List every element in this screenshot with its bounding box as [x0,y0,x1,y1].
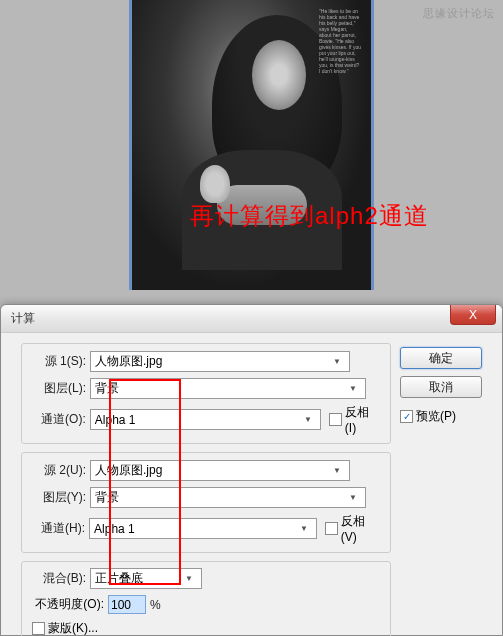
source2-channel-label: 通道(H): [32,520,89,537]
source2-layer-label: 图层(Y): [32,489,90,506]
blend-group: 混合(B): 正片叠底 ▼ 不透明度(O): % 蒙版(K)... [21,561,391,636]
photo-preview: "He likes to be on his back and have his… [129,0,374,290]
source2-group: 源 2(U): 人物原图.jpg ▼ 图层(Y): 背景 ▼ 通道(H): [21,452,391,553]
cancel-button[interactable]: 取消 [400,376,482,398]
source2-layer-dropdown[interactable]: 背景 ▼ [90,487,366,508]
source2-channel-dropdown[interactable]: Alpha 1 ▼ [89,518,317,539]
preview-checkbox[interactable] [400,410,413,423]
blend-label: 混合(B): [32,570,90,587]
source1-invert-checkbox[interactable] [329,413,342,426]
source1-channel-label: 通道(O): [32,411,90,428]
opacity-input[interactable] [108,595,146,614]
source1-layer-label: 图层(L): [32,380,90,397]
source2-invert-label: 反相(V) [341,513,380,544]
source1-group: 源 1(S): 人物原图.jpg ▼ 图层(L): 背景 ▼ 通道(O): [21,343,391,444]
dialog-title: 计算 [11,310,35,327]
chevron-down-icon: ▼ [181,571,197,586]
blend-dropdown[interactable]: 正片叠底 ▼ [90,568,202,589]
annotation-text: 再计算得到alph2通道 [190,200,429,232]
close-button[interactable]: X [450,305,496,325]
dialog-titlebar[interactable]: 计算 X [1,305,502,333]
calculations-dialog: 计算 X 源 1(S): 人物原图.jpg ▼ 图层(L): 背景 [0,304,503,636]
chevron-down-icon: ▼ [296,521,312,536]
watermark-cn: 思缘设计论坛 [423,6,495,21]
close-icon: X [469,308,477,322]
chevron-down-icon: ▼ [345,490,361,505]
source2-label: 源 2(U): [32,462,90,479]
source2-invert-checkbox[interactable] [325,522,338,535]
source1-invert-label: 反相(I) [345,404,380,435]
opacity-percent: % [150,598,161,612]
source1-label: 源 1(S): [32,353,90,370]
preview-label: 预览(P) [416,408,456,425]
chevron-down-icon: ▼ [329,354,345,369]
chevron-down-icon: ▼ [329,463,345,478]
source1-dropdown[interactable]: 人物原图.jpg ▼ [90,351,350,372]
opacity-label: 不透明度(O): [32,596,108,613]
mask-label: 蒙版(K)... [48,620,98,636]
mask-checkbox[interactable] [32,622,45,635]
chevron-down-icon: ▼ [300,412,316,427]
source1-layer-dropdown[interactable]: 背景 ▼ [90,378,366,399]
ok-button[interactable]: 确定 [400,347,482,369]
source1-channel-dropdown[interactable]: Alpha 1 ▼ [90,409,321,430]
chevron-down-icon: ▼ [345,381,361,396]
article-text: "He likes to be on his back and have his… [319,8,361,74]
source2-dropdown[interactable]: 人物原图.jpg ▼ [90,460,350,481]
